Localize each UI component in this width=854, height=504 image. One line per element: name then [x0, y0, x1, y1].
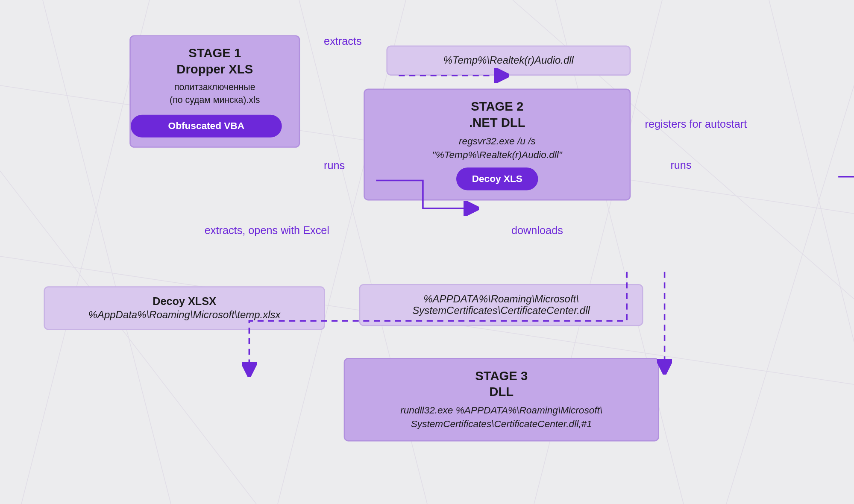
stage3-box: STAGE 3DLL rundll32.exe %APPDATA%\Roamin… — [344, 358, 659, 441]
stage2-title: STAGE 2.NET DLL — [376, 99, 618, 130]
stage1-title: STAGE 1Dropper XLS — [142, 45, 288, 76]
decoy-xls-pill: Decoy XLS — [456, 167, 538, 190]
stage3-command: rundll32.exe %APPDATA%\Roaming\Microsoft… — [356, 404, 647, 431]
edge-label-runs2: runs — [670, 159, 691, 171]
edge-label-downloads: downloads — [511, 224, 563, 237]
edge-label-extracts: extracts — [324, 35, 361, 47]
edge-label-runs1: runs — [324, 160, 345, 172]
decoy-xlsx-box: Decoy XLSX %AppData%\Roaming\Microsoft\t… — [44, 286, 325, 330]
decoy-xlsx-title: Decoy XLSX — [56, 296, 313, 308]
edge-label-extracts-opens: extracts, opens with Excel — [205, 224, 329, 237]
appdata-dll-box: %APPDATA%\Roaming\Microsoft\SystemCertif… — [359, 284, 643, 326]
decoy-xlsx-path: %AppData%\Roaming\Microsoft\temp.xlsx — [56, 309, 313, 321]
stage1-filename: политзаключенные(по судам минска).xls — [142, 81, 288, 107]
obfuscated-vba-pill: Obfuscated VBA — [131, 114, 282, 137]
stage2-command: regsvr32.exe /u /s"%Temp%\Realtek(r)Audi… — [376, 135, 618, 161]
edge-label-registers: registers for autostart — [645, 118, 747, 131]
stage3-title: STAGE 3DLL — [356, 368, 647, 399]
stage2-box: STAGE 2.NET DLL regsvr32.exe /u /s"%Temp… — [364, 88, 631, 200]
realtek-dll-box: %Temp%\Realtek(r)Audio.dll — [386, 45, 631, 75]
stage1-box: STAGE 1Dropper XLS политзаключенные(по с… — [129, 35, 300, 147]
